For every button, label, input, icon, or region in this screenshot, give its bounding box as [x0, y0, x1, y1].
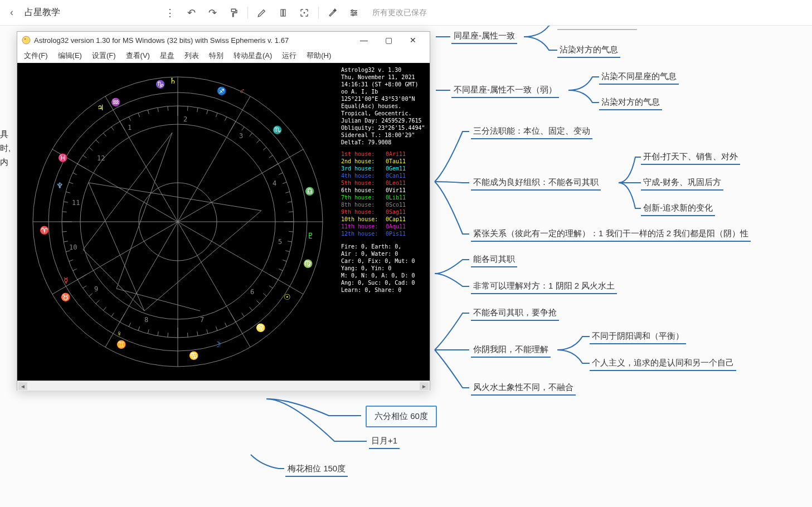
svg-text:9: 9 — [94, 285, 98, 293]
svg-text:♄: ♄ — [169, 76, 177, 85]
svg-text:♆: ♆ — [56, 181, 64, 190]
svg-text:♋: ♋ — [189, 351, 199, 360]
svg-line-75 — [187, 106, 188, 111]
bookmark-icon[interactable] — [274, 3, 293, 22]
menu-help[interactable]: 帮助(H) — [303, 50, 334, 62]
svg-text:6: 6 — [250, 288, 254, 296]
node-same-sign-child-1[interactable]: 沾染对方的气息 — [557, 43, 620, 56]
svg-text:♏: ♏ — [273, 125, 283, 135]
svg-text:1: 1 — [128, 124, 132, 131]
node-yinyang[interactable]: 你阴我阳，不能理解 — [471, 343, 551, 356]
svg-text:♃: ♃ — [97, 103, 104, 112]
svg-line-73 — [168, 106, 168, 111]
svg-text:♓: ♓ — [58, 153, 68, 163]
sliders-icon[interactable] — [344, 3, 363, 22]
svg-line-37 — [187, 333, 188, 337]
svg-text:4: 4 — [273, 179, 276, 187]
svg-text:♂: ♂ — [239, 86, 245, 95]
svg-point-5 — [352, 14, 354, 16]
redo-icon[interactable]: ↷ — [203, 3, 222, 22]
close-button[interactable]: ✕ — [401, 32, 425, 48]
scroll-right-icon[interactable]: ► — [420, 382, 429, 390]
node-yinyang-child-1[interactable]: 个人主义，追求的是认同和另一个自己 — [590, 357, 736, 369]
svg-text:♎: ♎ — [305, 187, 315, 196]
svg-text:12: 12 — [97, 154, 105, 162]
node-diff-sign-child-0[interactable]: 沾染不同星座的气息 — [599, 70, 679, 83]
node-diff-sign[interactable]: 不同星座-属性不一致（弱） — [451, 84, 559, 96]
more-icon[interactable]: ⋮ — [161, 3, 179, 22]
svg-line-91 — [289, 212, 293, 212]
node-threefold[interactable]: 三分法职能：本位、固定、变动 — [471, 125, 592, 138]
brush-icon[interactable] — [252, 3, 271, 22]
node-understand[interactable]: 非常可以理解对方：1 阴阳 2 风火水土 — [471, 280, 617, 292]
magic-icon[interactable] — [323, 3, 342, 22]
svg-rect-1 — [284, 9, 285, 16]
maximize-button[interactable]: ▢ — [376, 32, 401, 48]
window-titlebar[interactable]: Astrolog32 version 1.30 for MS Windows (… — [17, 32, 430, 48]
svg-point-2 — [304, 12, 305, 13]
svg-text:♑: ♑ — [155, 80, 166, 89]
toolbar-group: ⋮ ↶ ↷ — [161, 3, 363, 22]
svg-text:☽: ☽ — [214, 340, 221, 349]
node-bad-org-child-0[interactable]: 开创-打天下、销售、对外 — [641, 150, 740, 163]
node-sun-moon[interactable]: 日月+1 — [369, 435, 400, 447]
app-icon — [22, 36, 31, 45]
svg-text:☉: ☉ — [284, 292, 291, 301]
astrolog-chart-body: 1211 12 34 56 78 910 ♑ ♐ ♏ ♎ ♍ ♌ — [17, 63, 430, 381]
focus-icon[interactable] — [295, 3, 314, 22]
svg-point-7 — [25, 38, 26, 40]
node-bad-org[interactable]: 不能成为良好组织：不能各司其职 — [471, 176, 601, 189]
svg-text:10: 10 — [69, 243, 77, 251]
svg-text:♀: ♀ — [116, 329, 123, 338]
node-quincunx[interactable]: 梅花相位 150度 — [285, 462, 348, 475]
svg-text:♒: ♒ — [111, 98, 121, 107]
menu-chart[interactable]: 星盘 — [157, 50, 178, 62]
left-clipped-text: 具 时, 内 — [0, 126, 16, 171]
svg-line-57 — [62, 212, 67, 212]
svg-text:♇: ♇ — [307, 231, 314, 240]
svg-text:☿: ☿ — [64, 276, 69, 285]
svg-text:7: 7 — [200, 316, 204, 324]
node-compete[interactable]: 不能各司其职，要争抢 — [471, 306, 559, 319]
svg-text:♐: ♐ — [217, 86, 227, 96]
minimize-button[interactable]: — — [352, 32, 376, 48]
save-status: 所有更改已保存 — [372, 8, 427, 18]
node-capable[interactable]: 能各司其职 — [471, 253, 517, 266]
node-sextile-boxed[interactable]: 六分相位 60度 — [366, 406, 437, 427]
scroll-left-icon[interactable]: ◄ — [18, 382, 27, 390]
svg-text:♈: ♈ — [40, 226, 50, 235]
svg-text:8: 8 — [144, 316, 148, 324]
svg-text:♊: ♊ — [116, 340, 127, 349]
natal-chart-svg: 1211 12 34 56 78 910 ♑ ♐ ♏ ♎ ♍ ♌ — [17, 63, 339, 381]
menu-run[interactable]: 运行 — [279, 50, 300, 62]
menu-settings[interactable]: 设置(F) — [89, 50, 119, 62]
node-same-sign[interactable]: 同星座-属性一致 — [451, 30, 517, 42]
window-title: Astrolog32 version 1.30 for MS Windows (… — [34, 36, 289, 45]
horizontal-scrollbar[interactable]: ◄ ► — [17, 381, 430, 391]
menu-view[interactable]: 查看(V) — [123, 50, 153, 62]
mindmap-canvas[interactable]: 具 时, 内 同星座-属性一致 始末相同的星座气息 沾染对方的气 — [0, 26, 812, 507]
svg-text:♍: ♍ — [303, 259, 313, 269]
node-bad-org-child-2[interactable]: 创新-追求新的变化 — [641, 202, 715, 214]
undo-icon[interactable]: ↶ — [182, 3, 201, 22]
menu-edit[interactable]: 编辑(E) — [55, 50, 85, 62]
svg-text:2: 2 — [183, 115, 187, 123]
menu-list[interactable]: 列表 — [181, 50, 202, 62]
svg-line-55 — [62, 231, 67, 232]
node-bad-org-child-1[interactable]: 守成-财务、巩固后方 — [641, 176, 723, 189]
menu-file[interactable]: 文件(F) — [21, 50, 51, 62]
astrolog-sidebar: Astrolog32 v. 1.30 Thu, November 11, 202… — [338, 63, 430, 381]
format-painter-icon[interactable] — [224, 3, 243, 22]
node-elements[interactable]: 风火水土象性不同，不融合 — [471, 381, 576, 394]
menu-special[interactable]: 特别 — [206, 50, 227, 62]
svg-text:♌: ♌ — [256, 323, 266, 333]
svg-point-6 — [22, 36, 30, 44]
node-diff-sign-child-1[interactable]: 沾染对方的气息 — [599, 96, 662, 109]
svg-point-3 — [352, 9, 353, 11]
menu-transit[interactable]: 转动星盘(A) — [230, 50, 275, 62]
window-menubar: 文件(F) 编辑(E) 设置(F) 查看(V) 星盘 列表 特别 转动星盘(A)… — [17, 48, 430, 63]
svg-text:3: 3 — [239, 132, 243, 140]
back-button[interactable]: ‹ — [6, 4, 18, 21]
node-yinyang-child-0[interactable]: 不同于阴阳调和（平衡） — [590, 330, 686, 343]
node-tension[interactable]: 紧张关系（彼此有一定的理解）：1 我们干一样的活 2 我们都是阳（阴）性 — [471, 227, 751, 240]
